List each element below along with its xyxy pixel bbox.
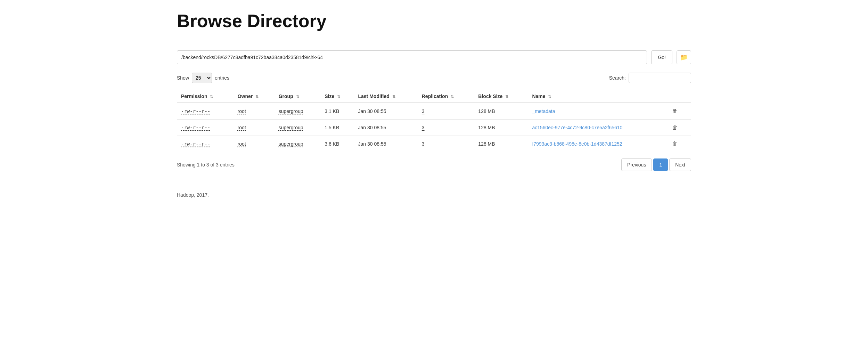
cell-delete[interactable]: 🗑 — [666, 103, 691, 120]
table-row: -rw-r--r-- root supergroup 1.5 KB Jan 30… — [177, 120, 691, 136]
sort-owner-icon: ⇅ — [255, 95, 259, 99]
footer-text: Hadoop, 2017. — [177, 192, 209, 198]
cell-last-modified: Jan 30 08:55 — [354, 103, 418, 120]
table-controls: Show 10 25 50 100 entries Search: — [177, 73, 691, 83]
file-link[interactable]: f7993ac3-b868-498e-8e0b-1d4387df1252 — [532, 141, 622, 147]
cell-owner: root — [234, 120, 275, 136]
page-title: Browse Directory — [177, 10, 691, 31]
file-link[interactable]: ac1560ec-977e-4c72-9c80-c7e5a2f65610 — [532, 125, 622, 130]
cell-size: 3.6 KB — [320, 136, 354, 152]
cell-permission: -rw-r--r-- — [177, 120, 234, 136]
showing-text: Showing 1 to 3 of 3 entries — [177, 162, 235, 168]
sort-name-icon: ⇅ — [548, 95, 551, 99]
cell-delete[interactable]: 🗑 — [666, 136, 691, 152]
table-body: -rw-r--r-- root supergroup 3.1 KB Jan 30… — [177, 103, 691, 152]
cell-last-modified: Jan 30 08:55 — [354, 120, 418, 136]
go-button[interactable]: Go! — [651, 50, 672, 64]
search-input[interactable] — [629, 73, 691, 83]
cell-size: 1.5 KB — [320, 120, 354, 136]
cell-group: supergroup — [275, 136, 321, 152]
directory-table: Permission ⇅ Owner ⇅ Group ⇅ Size ⇅ Last… — [177, 90, 691, 152]
col-permission[interactable]: Permission ⇅ — [177, 90, 234, 103]
pagination-buttons: Previous 1 Next — [621, 158, 691, 171]
col-last-modified[interactable]: Last Modified ⇅ — [354, 90, 418, 103]
cell-name[interactable]: _metadata — [528, 103, 666, 120]
sort-blocksize-icon: ⇅ — [505, 95, 508, 99]
next-button[interactable]: Next — [669, 158, 691, 171]
cell-name[interactable]: ac1560ec-977e-4c72-9c80-c7e5a2f65610 — [528, 120, 666, 136]
sort-group-icon: ⇅ — [296, 95, 299, 99]
col-replication[interactable]: Replication ⇅ — [418, 90, 474, 103]
table-row: -rw-r--r-- root supergroup 3.1 KB Jan 30… — [177, 103, 691, 120]
col-name[interactable]: Name ⇅ — [528, 90, 666, 103]
cell-owner: root — [234, 103, 275, 120]
col-group[interactable]: Group ⇅ — [275, 90, 321, 103]
search-label: Search: — [609, 75, 626, 81]
cell-group: supergroup — [275, 103, 321, 120]
sort-size-icon: ⇅ — [337, 95, 340, 99]
footer: Hadoop, 2017. — [177, 185, 691, 198]
cell-delete[interactable]: 🗑 — [666, 120, 691, 136]
cell-name[interactable]: f7993ac3-b868-498e-8e0b-1d4387df1252 — [528, 136, 666, 152]
folder-button[interactable]: 📁 — [677, 50, 691, 64]
cell-group: supergroup — [275, 120, 321, 136]
folder-icon: 📁 — [680, 54, 688, 61]
top-divider — [177, 42, 691, 42]
file-link[interactable]: _metadata — [532, 108, 555, 114]
delete-button[interactable]: 🗑 — [670, 140, 680, 148]
cell-replication: 3 — [418, 103, 474, 120]
delete-button[interactable]: 🗑 — [670, 124, 680, 131]
cell-block-size: 128 MB — [474, 136, 528, 152]
cell-size: 3.1 KB — [320, 103, 354, 120]
cell-block-size: 128 MB — [474, 120, 528, 136]
sort-lastmod-icon: ⇅ — [392, 95, 395, 99]
col-block-size[interactable]: Block Size ⇅ — [474, 90, 528, 103]
col-owner[interactable]: Owner ⇅ — [234, 90, 275, 103]
cell-replication: 3 — [418, 120, 474, 136]
entries-select[interactable]: 10 25 50 100 — [192, 73, 212, 83]
sort-permission-icon: ⇅ — [210, 95, 213, 99]
cell-last-modified: Jan 30 08:55 — [354, 136, 418, 152]
col-size[interactable]: Size ⇅ — [320, 90, 354, 103]
table-row: -rw-r--r-- root supergroup 3.6 KB Jan 30… — [177, 136, 691, 152]
delete-button[interactable]: 🗑 — [670, 107, 680, 115]
cell-permission: -rw-r--r-- — [177, 103, 234, 120]
previous-button[interactable]: Previous — [621, 158, 652, 171]
cell-owner: root — [234, 136, 275, 152]
show-entries: Show 10 25 50 100 entries — [177, 73, 229, 83]
cell-permission: -rw-r--r-- — [177, 136, 234, 152]
path-input[interactable] — [177, 50, 647, 64]
entries-label: entries — [215, 75, 229, 81]
cell-replication: 3 — [418, 136, 474, 152]
table-header: Permission ⇅ Owner ⇅ Group ⇅ Size ⇅ Last… — [177, 90, 691, 103]
path-bar: Go! 📁 — [177, 50, 691, 64]
cell-block-size: 128 MB — [474, 103, 528, 120]
show-label: Show — [177, 75, 189, 81]
page-1-button[interactable]: 1 — [653, 158, 668, 171]
pagination-row: Showing 1 to 3 of 3 entries Previous 1 N… — [177, 158, 691, 171]
col-actions — [666, 90, 691, 103]
sort-replication-icon: ⇅ — [451, 95, 454, 99]
search-area: Search: — [609, 73, 691, 83]
